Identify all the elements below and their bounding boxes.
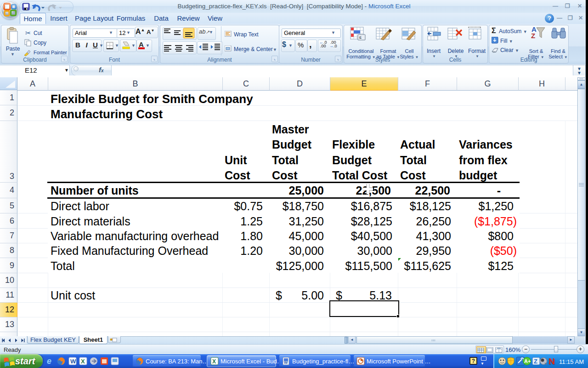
svg-text:✱: ✱: [110, 338, 113, 342]
svg-text:W: W: [70, 358, 76, 365]
svg-text:≤: ≤: [359, 35, 362, 40]
svg-text:W: W: [284, 360, 288, 365]
svg-text:A+: A+: [524, 358, 531, 364]
svg-text:X: X: [212, 358, 216, 365]
svg-text:e: e: [47, 356, 51, 366]
svg-text:X: X: [81, 358, 85, 365]
svg-text:Z: Z: [534, 358, 537, 365]
